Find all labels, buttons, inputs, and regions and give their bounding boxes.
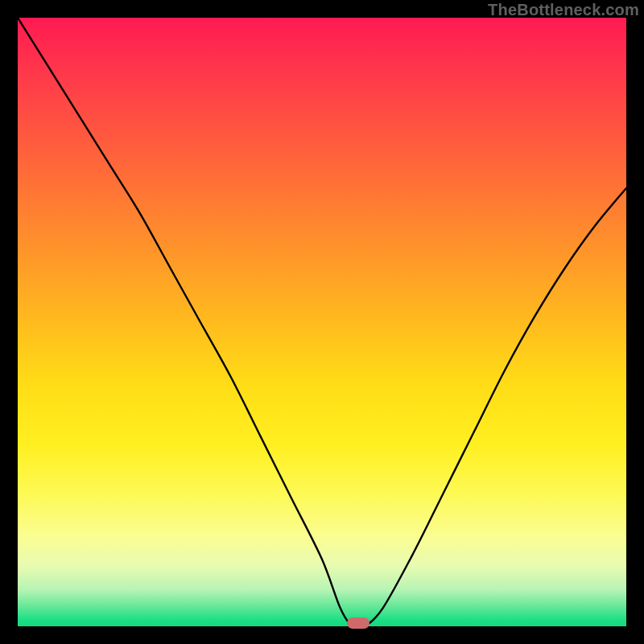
plot-area — [18, 18, 626, 626]
bottleneck-curve — [18, 18, 626, 626]
watermark-text: TheBottleneck.com — [488, 1, 639, 19]
chart-frame: TheBottleneck.com — [0, 0, 644, 644]
selected-point-marker — [347, 617, 369, 629]
